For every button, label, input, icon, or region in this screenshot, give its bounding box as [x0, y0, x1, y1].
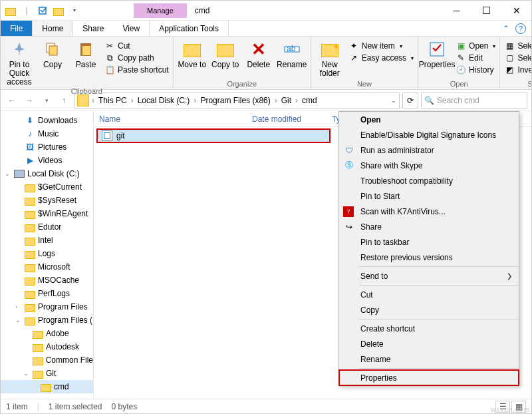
tree-folder[interactable]: Edutor [1, 220, 93, 234]
breadcrumb[interactable]: › This PC › Local Disk (C:) › Program Fi… [74, 93, 400, 108]
copy-to-button[interactable]: Copy to [211, 38, 240, 69]
context-pin-taskbar[interactable]: Pin to taskbar [339, 234, 519, 250]
refresh-button[interactable]: ⟳ [402, 93, 418, 108]
cut-button[interactable]: ✂Cut [104, 41, 169, 51]
context-properties[interactable]: Properties [339, 370, 519, 385]
chevron-right-icon[interactable]: › [130, 96, 135, 105]
tree-folder[interactable]: Intel [1, 234, 93, 247]
context-rename[interactable]: Rename [339, 351, 519, 367]
crumb-program-files[interactable]: Program Files (x86) [199, 96, 271, 105]
tree-local-disk[interactable]: ⌄Local Disk (C:) [1, 167, 93, 180]
copy-button[interactable]: Copy [38, 38, 67, 69]
tree-folder[interactable]: ⌄Git [1, 367, 93, 380]
tab-home[interactable]: Home [32, 21, 73, 36]
qat-properties-icon[interactable] [37, 5, 49, 17]
file-row-git[interactable]: git [96, 128, 331, 143]
select-all-button[interactable]: ▦Select all [504, 41, 532, 51]
context-share[interactable]: ↪Share [339, 219, 519, 234]
folder-icon [25, 262, 35, 272]
move-to-button[interactable]: Move to [178, 38, 207, 69]
tree-folder[interactable]: $SysReset [1, 194, 93, 207]
context-create-shortcut[interactable]: Create shortcut [339, 321, 519, 336]
context-delete[interactable]: Delete [339, 336, 519, 351]
qat-newfolder-icon[interactable] [53, 5, 65, 17]
breadcrumb-dropdown[interactable]: ⌄ [391, 97, 396, 104]
forward-button[interactable]: → [22, 93, 37, 108]
properties-button[interactable]: Properties [422, 38, 452, 69]
drive-icon [14, 168, 25, 179]
tree-folder[interactable]: $WinREAgent [1, 207, 93, 220]
content-area: ⬇Downloads ♪Music 🖼Pictures ▶Videos ⌄Loc… [1, 111, 531, 399]
context-cut[interactable]: Cut [339, 287, 519, 302]
navigation-pane[interactable]: ⬇Downloads ♪Music 🖼Pictures ▶Videos ⌄Loc… [1, 111, 94, 399]
tab-file[interactable]: File [1, 21, 32, 36]
history-button[interactable]: 🕘History [456, 65, 495, 75]
context-troubleshoot[interactable]: Troubleshoot compatibility [339, 173, 519, 188]
crumb-cmd[interactable]: cmd [301, 96, 319, 105]
up-button[interactable]: ↑ [57, 93, 71, 108]
crumb-local-disk[interactable]: Local Disk (C:) [136, 96, 192, 105]
tab-application-tools[interactable]: Application Tools [149, 21, 229, 36]
context-restore[interactable]: Restore previous versions [339, 250, 519, 265]
search-input[interactable]: 🔍 Search cmd [421, 93, 527, 108]
delete-button[interactable]: ✕Delete [244, 38, 273, 69]
tree-folder[interactable]: PerfLogs [1, 287, 93, 300]
copy-path-button[interactable]: ⧉Copy path [104, 53, 169, 63]
paste-button[interactable]: Paste [71, 38, 100, 69]
tree-folder[interactable]: Autodesk [1, 340, 93, 353]
chevron-right-icon[interactable]: › [294, 96, 299, 105]
context-run-admin[interactable]: 🛡Run as administrator [339, 142, 519, 158]
minimize-button[interactable]: ─ [442, 1, 471, 21]
chevron-right-icon[interactable]: › [192, 96, 198, 105]
tree-downloads[interactable]: ⬇Downloads [1, 114, 93, 127]
tab-share[interactable]: Share [73, 21, 113, 36]
group-new: ✦New folder ✦New item▾ ↗Easy access▾ New [311, 37, 418, 89]
new-folder-button[interactable]: ✦New folder [315, 38, 344, 78]
invert-selection-button[interactable]: ◩Invert selection [504, 65, 532, 75]
tree-folder[interactable]: Common File [1, 353, 93, 367]
context-open[interactable]: Open [339, 112, 519, 127]
pin-quick-access-button[interactable]: Pin to Quick access [5, 38, 34, 87]
tree-folder[interactable]: $GetCurrent [1, 180, 93, 194]
tree-folder[interactable]: MSOCache [1, 274, 93, 287]
recent-dropdown[interactable]: ▾ [39, 93, 54, 108]
help-icon[interactable]: ? [515, 23, 526, 34]
tree-pictures[interactable]: 🖼Pictures [1, 140, 93, 154]
crumb-this-pc[interactable]: This PC [97, 96, 128, 105]
crumb-git[interactable]: Git [280, 96, 293, 105]
new-item-button[interactable]: ✦New item▾ [348, 41, 414, 51]
rename-button[interactable]: abRename [277, 38, 307, 69]
tree-videos[interactable]: ▶Videos [1, 154, 93, 167]
file-pane[interactable]: Name Date modified Type Size git 0 KB Op… [94, 111, 531, 399]
chevron-right-icon[interactable]: › [90, 96, 96, 105]
chevron-right-icon[interactable]: › [273, 96, 279, 105]
ribbon-collapse-icon[interactable]: ⌃ [497, 21, 515, 36]
tree-music[interactable]: ♪Music [1, 127, 93, 140]
edit-button[interactable]: ✎Edit [456, 53, 495, 63]
open-button[interactable]: ▣Open▾ [456, 41, 495, 51]
address-bar: ← → ▾ ↑ › This PC › Local Disk (C:) › Pr… [1, 90, 531, 111]
paste-shortcut-button[interactable]: 📋Paste shortcut [104, 65, 169, 75]
tree-folder[interactable]: Logs [1, 247, 93, 260]
tree-folder[interactable]: Microsoft [1, 260, 93, 274]
context-k7[interactable]: 7Scan with K7AntiVirus... [339, 204, 519, 219]
tree-folder[interactable]: ⌄Program Files ( [1, 313, 93, 327]
tab-view[interactable]: View [113, 21, 149, 36]
select-none-button[interactable]: ▢Select none [504, 53, 532, 63]
tree-folder[interactable]: Adobe [1, 327, 93, 340]
manage-contextual-tab[interactable]: Manage [134, 3, 187, 18]
close-button[interactable]: ✕ [501, 1, 531, 21]
context-pin-start[interactable]: Pin to Start [339, 188, 519, 204]
back-button[interactable]: ← [5, 93, 19, 108]
maximize-button[interactable] [471, 1, 501, 21]
column-name[interactable]: Name [94, 114, 247, 124]
context-skype[interactable]: ⓈShare with Skype [339, 158, 519, 173]
tree-folder[interactable]: cmd [1, 380, 93, 393]
context-send-to[interactable]: Send to❯ [339, 268, 519, 284]
context-signature[interactable]: Enable/Disable Digital Signature Icons [339, 127, 519, 142]
qat-dropdown-icon[interactable]: ▾ [68, 5, 80, 17]
tree-folder[interactable]: ›Program Files [1, 300, 93, 313]
easy-access-button[interactable]: ↗Easy access▾ [348, 53, 414, 63]
column-date[interactable]: Date modified [247, 114, 327, 124]
context-copy[interactable]: Copy [339, 302, 519, 317]
